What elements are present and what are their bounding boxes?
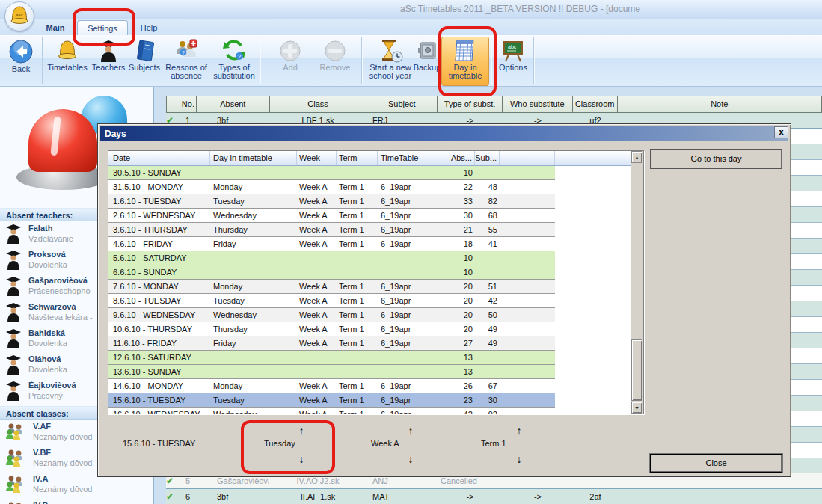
tab-settings[interactable]: Settings: [77, 20, 128, 36]
days-cell: 20: [450, 308, 475, 322]
header-subject[interactable]: Subject: [366, 96, 438, 112]
days-column-header[interactable]: Term: [337, 151, 378, 165]
day-down-arrow[interactable]: ↓: [294, 453, 309, 465]
days-row[interactable]: 9.6.10 - WEDNESDAYWednesdayWeek ATerm 16…: [108, 308, 555, 322]
days-cell: 49: [475, 336, 500, 350]
days-cell: 49: [475, 322, 500, 336]
day-up-arrow[interactable]: ↑: [294, 425, 309, 437]
bell-icon: [55, 39, 79, 63]
day-in-timetable-button[interactable]: Day in timetable: [441, 37, 489, 86]
header-type-of-subst[interactable]: Type of subst.: [438, 96, 503, 112]
week-down-arrow[interactable]: ↓: [403, 453, 418, 465]
days-cell: 6_19apr: [378, 237, 450, 251]
days-row[interactable]: 5.6.10 - SATURDAY10: [108, 251, 555, 265]
add-button[interactable]: Add: [272, 37, 309, 84]
term-down-arrow[interactable]: ↓: [512, 453, 527, 465]
ribbon-separator: [260, 37, 260, 84]
days-cell: Monday: [210, 180, 297, 194]
absent-class-item[interactable]: IV.ANeznámy dôvod: [0, 473, 153, 500]
days-cell: 50: [475, 308, 500, 322]
days-cell: 10: [450, 166, 475, 179]
backup-button[interactable]: Backup: [412, 37, 442, 84]
days-list-body: 30.5.10 - SUNDAY1031.5.10 - MONDAYMonday…: [108, 166, 643, 414]
days-cell: 6_19apr: [378, 223, 450, 236]
substitution-row-6[interactable]: 6 3bf II.AF 1.sk MAT -> -> 2af: [166, 489, 822, 504]
days-column-header[interactable]: Day in timetable: [210, 151, 297, 165]
days-row[interactable]: 6.6.10 - SUNDAY10: [108, 265, 555, 280]
types-of-substitution-button[interactable]: ? Types of substitution: [209, 37, 259, 84]
days-row[interactable]: 13.6.10 - SUNDAY13: [108, 365, 555, 379]
days-cell: 10: [450, 265, 475, 279]
days-row[interactable]: 4.6.10 - FRIDAYFridayWeek ATerm 16_19apr…: [108, 237, 555, 251]
days-cell: 9.6.10 - WEDNESDAY: [108, 308, 210, 322]
days-row[interactable]: 10.6.10 - THURSDAYThursdayWeek ATerm 16_…: [108, 322, 555, 336]
days-column-header[interactable]: Date: [108, 151, 210, 165]
days-cell: Monday: [210, 379, 297, 393]
subjects-button[interactable]: Subjects: [126, 37, 163, 84]
days-cell: 6_19apr: [378, 194, 450, 208]
header-class[interactable]: Class: [270, 96, 367, 112]
days-dialog-titlebar[interactable]: Days: [100, 126, 788, 141]
days-list-scrollbar[interactable]: ▲ ▼: [631, 151, 643, 414]
header-classroom[interactable]: Classroom: [573, 96, 618, 112]
days-row[interactable]: 15.6.10 - TUESDAYTuesdayWeek ATerm 16_19…: [108, 393, 555, 408]
header-who-substitute[interactable]: Who substitute: [503, 96, 573, 112]
week-up-arrow[interactable]: ↑: [403, 425, 418, 437]
scroll-down-icon[interactable]: ▼: [631, 402, 642, 414]
days-row[interactable]: 2.6.10 - WEDNESDAYWednesdayWeek ATerm 16…: [108, 209, 555, 223]
days-cell: Week A: [297, 180, 337, 194]
back-button[interactable]: Back: [3, 37, 39, 84]
days-row[interactable]: 11.6.10 - FRIDAYFridayWeek ATerm 16_19ap…: [108, 336, 555, 351]
go-to-this-day-button[interactable]: Go to this day: [650, 149, 782, 169]
days-column-header[interactable]: Abs...: [450, 151, 475, 165]
days-cell: [297, 166, 337, 179]
days-cell: 42: [475, 294, 500, 307]
svg-text:abc: abc: [508, 44, 517, 49]
days-row[interactable]: 14.6.10 - MONDAYMondayWeek ATerm 16_19ap…: [108, 379, 555, 393]
days-cell: 15.6.10 - TUESDAY: [108, 393, 210, 407]
days-column-header[interactable]: Sub...: [475, 151, 500, 165]
days-column-header[interactable]: Week: [297, 151, 337, 165]
days-cell: [378, 166, 450, 179]
tab-main[interactable]: Main: [37, 20, 73, 35]
days-row[interactable]: 16.6.10 - WEDNESDAYWednesdayWeek ATerm 1…: [108, 408, 555, 414]
scrollbar-thumb[interactable]: [631, 339, 642, 401]
days-cell: 16.6.10 - WEDNESDAY: [108, 408, 210, 414]
item-name: V.AF: [33, 421, 93, 431]
options-button[interactable]: abc Options: [494, 37, 533, 84]
scroll-up-icon[interactable]: ▲: [631, 151, 642, 163]
days-cell: Term 1: [337, 336, 378, 350]
days-cell: [297, 265, 337, 279]
days-cell: 6_19apr: [378, 322, 450, 336]
absent-class-item[interactable]: IV.B: [0, 500, 153, 504]
tab-help[interactable]: Help: [132, 20, 166, 35]
days-row[interactable]: 30.5.10 - SUNDAY10: [108, 166, 555, 180]
reasons-of-absence-button[interactable]: ? Reasons of absence: [163, 37, 209, 84]
days-cell: 20: [450, 322, 475, 336]
days-column-header[interactable]: TimeTable: [378, 151, 450, 165]
start-new-school-year-button[interactable]: Start a new school year: [364, 37, 417, 84]
remove-button[interactable]: Remove: [314, 37, 356, 84]
days-cell: [337, 265, 378, 279]
term-up-arrow[interactable]: ↑: [512, 425, 527, 437]
days-row[interactable]: 7.6.10 - MONDAYMondayWeek ATerm 16_19apr…: [108, 280, 555, 294]
app-logo-button[interactable]: asc: [4, 1, 34, 31]
teachers-button[interactable]: Teachers: [90, 37, 127, 84]
close-button[interactable]: Close: [650, 454, 782, 473]
window-title: aSc Timetables 2011 _BETA VERSION !! DEB…: [400, 4, 819, 14]
timetables-button[interactable]: Timetables: [45, 37, 90, 84]
days-row[interactable]: 12.6.10 - SATURDAY13: [108, 351, 555, 365]
cell-absent: 3bf: [196, 489, 269, 504]
substitution-table-header: No. Absent Class Subject Type of subst. …: [166, 96, 822, 113]
days-row[interactable]: 1.6.10 - TUESDAYTuesdayWeek ATerm 16_19a…: [108, 194, 555, 209]
days-row[interactable]: 3.6.10 - THURSDAYThursdayWeek ATerm 16_1…: [108, 223, 555, 237]
days-cell: [337, 351, 378, 364]
header-no[interactable]: No.: [180, 96, 197, 112]
days-row[interactable]: 31.5.10 - MONDAYMondayWeek ATerm 16_19ap…: [108, 180, 555, 194]
header-note[interactable]: Note: [618, 96, 821, 112]
ribbon-separator: [42, 37, 43, 84]
header-absent[interactable]: Absent: [197, 96, 270, 112]
close-icon[interactable]: x: [774, 126, 788, 138]
title-bar[interactable]: aSc Timetables 2011 _BETA VERSION !! DEB…: [0, 0, 822, 19]
days-row[interactable]: 8.6.10 - TUESDAYTuesdayWeek ATerm 16_19a…: [108, 294, 555, 308]
